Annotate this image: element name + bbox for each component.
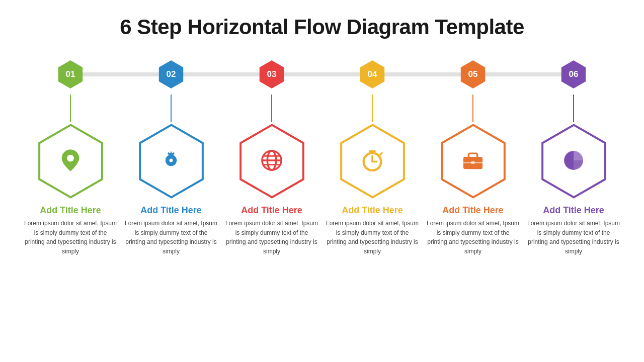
hex-badge-04: 04 <box>356 58 388 90</box>
step-col-02: Add Title Here Lorem ipsum dolor sit ame… <box>125 95 218 256</box>
step-desc-06: Lorem ipsum dolor sit amet, Ipsum is sim… <box>527 219 620 256</box>
badge-number-05: 05 <box>468 69 478 79</box>
hex-badge-05: 05 <box>457 58 489 90</box>
step-desc-03: Lorem ipsum dolor sit amet, Ipsum is sim… <box>225 219 318 256</box>
step-title-05: Add Title Here <box>442 205 504 216</box>
step-badge-05: 05 <box>427 58 520 90</box>
step-title-06: Add Title Here <box>543 205 604 216</box>
step-badge-02: 02 <box>125 58 218 90</box>
step-col-04: Add Title Here Lorem ipsum dolor sit ame… <box>326 95 419 256</box>
hex-icon-05 <box>460 147 486 175</box>
hex-icon-06 <box>560 147 587 175</box>
svg-point-7 <box>67 154 74 161</box>
hex-large-06 <box>535 122 613 200</box>
svg-line-23 <box>380 153 382 154</box>
step-desc-04: Lorem ipsum dolor sit amet, Ipsum is sim… <box>326 219 419 256</box>
svg-point-10 <box>170 158 173 162</box>
step-title-01: Add Title Here <box>40 205 101 216</box>
hex-large-04 <box>334 122 412 200</box>
step-title-03: Add Title Here <box>241 205 302 216</box>
step-title-02: Add Title Here <box>140 205 202 216</box>
step-col-01: Add Title Here Lorem ipsum dolor sit ame… <box>24 95 117 256</box>
connector-05 <box>472 95 473 122</box>
hex-icon-03 <box>259 147 285 175</box>
step-badge-06: 06 <box>527 58 620 90</box>
badge-number-01: 01 <box>66 69 75 79</box>
connector-03 <box>271 95 272 122</box>
connector-02 <box>171 95 172 122</box>
step-col-05: Add Title Here Lorem ipsum dolor sit ame… <box>427 95 520 256</box>
step-badge-04: 04 <box>326 58 419 90</box>
hex-large-05 <box>434 122 512 200</box>
svg-rect-29 <box>471 161 475 163</box>
step-badge-03: 03 <box>225 58 318 90</box>
hex-large-02 <box>132 122 210 200</box>
hex-large-01 <box>32 122 110 200</box>
step-desc-01: Lorem ipsum dolor sit amet, Ipsum is sim… <box>24 219 117 256</box>
hex-icon-01 <box>57 147 84 175</box>
badge-number-02: 02 <box>167 69 176 79</box>
hex-large-03 <box>233 122 311 200</box>
badge-number-06: 06 <box>569 69 579 79</box>
steps-container: Add Title Here Lorem ipsum dolor sit ame… <box>20 95 624 256</box>
svg-rect-26 <box>468 153 477 158</box>
badge-number-04: 04 <box>368 69 377 79</box>
connector-04 <box>372 95 373 122</box>
hex-icon-02 <box>158 147 184 175</box>
diagram-area: 01 02 03 04 05 <box>20 54 624 352</box>
badge-number-03: 03 <box>267 69 277 79</box>
step-title-04: Add Title Here <box>342 205 403 216</box>
step-desc-05: Lorem ipsum dolor sit amet, Ipsum is sim… <box>427 219 520 256</box>
step-col-03: Add Title Here Lorem ipsum dolor sit ame… <box>225 95 318 256</box>
connector-01 <box>70 95 71 122</box>
hex-badge-01: 01 <box>54 58 87 90</box>
timeline-row: 01 02 03 04 05 <box>20 54 624 95</box>
step-col-06: Add Title Here Lorem ipsum dolor sit ame… <box>527 95 620 256</box>
main-title: 6 Step Horizontal Flow Diagram Template <box>120 15 524 39</box>
hex-icon-04 <box>359 147 385 175</box>
hex-badge-02: 02 <box>155 58 187 90</box>
page: 6 Step Horizontal Flow Diagram Template … <box>0 0 644 362</box>
step-desc-02: Lorem ipsum dolor sit amet, Ipsum is sim… <box>125 219 218 256</box>
connector-06 <box>573 95 574 122</box>
step-badge-01: 01 <box>24 58 117 90</box>
hex-badge-06: 06 <box>557 58 590 90</box>
hex-badge-03: 03 <box>256 58 288 90</box>
